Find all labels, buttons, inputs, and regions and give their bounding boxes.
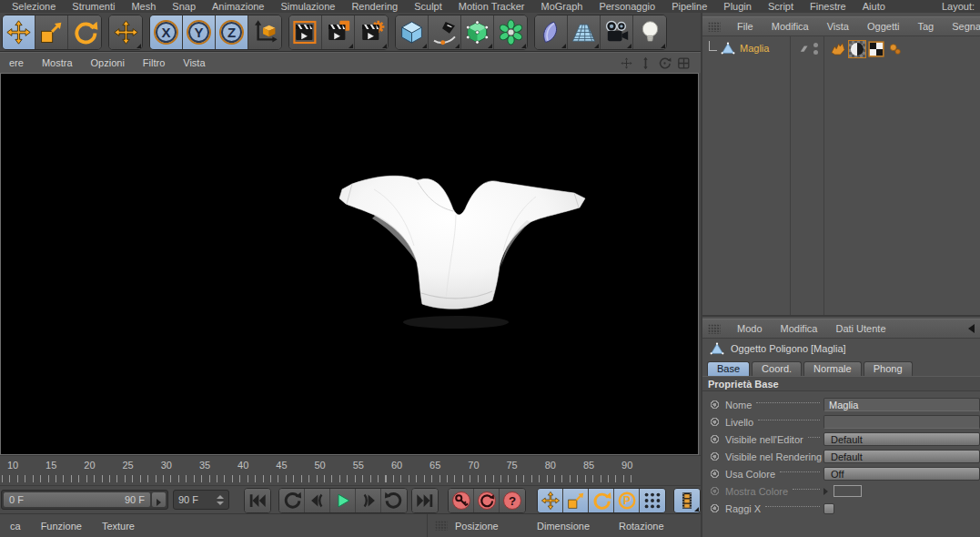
keyframe-circle-icon[interactable] xyxy=(710,434,720,444)
render-settings-button[interactable] xyxy=(355,15,388,49)
record-point-level-toggle[interactable] xyxy=(640,489,665,512)
menubar-item-pipeline[interactable]: Pipeline xyxy=(663,1,715,12)
grip-icon[interactable] xyxy=(435,521,448,531)
go-to-previous-key-button[interactable] xyxy=(279,489,305,512)
polygon-object-icon[interactable] xyxy=(721,41,735,56)
am-menu-modifica[interactable]: Modifica xyxy=(772,323,827,334)
object-name[interactable]: Maglia xyxy=(740,43,769,54)
om-menu-vista[interactable]: Vista xyxy=(818,21,858,32)
go-to-next-key-button[interactable] xyxy=(381,489,407,512)
timeline-ruler[interactable]: 0 F 1015202530354045505560657075808590 xyxy=(0,455,701,485)
subdivision-surface-button[interactable] xyxy=(461,15,494,49)
environment-floor-button[interactable] xyxy=(568,15,601,49)
menubar-item-rendering[interactable]: Rendering xyxy=(343,1,406,12)
primitive-cube-button[interactable] xyxy=(396,15,429,49)
rotate-tool-button[interactable] xyxy=(68,15,101,49)
menubar-item-aiuto[interactable]: Aiuto xyxy=(854,1,894,12)
field-checkbox-raggi-x[interactable] xyxy=(823,503,834,514)
panel-collapse-arrow-icon[interactable] xyxy=(968,324,975,333)
am-menu-modo[interactable]: Modo xyxy=(728,323,772,334)
coordinate-system-button[interactable] xyxy=(248,15,281,49)
record-keyframe-button[interactable] xyxy=(449,489,474,512)
layout-label[interactable]: Layout: xyxy=(942,1,976,12)
grip-icon[interactable] xyxy=(708,324,721,334)
go-to-end-button[interactable] xyxy=(412,489,438,512)
field-dropdown-visibile-nel-rendering[interactable]: Default xyxy=(823,450,980,463)
viewport-menu-vista[interactable]: Vista xyxy=(174,57,214,68)
om-menu-file[interactable]: File xyxy=(728,21,763,32)
viewport-3d[interactable] xyxy=(0,73,699,455)
menubar-item-selezione[interactable]: Selezione xyxy=(4,1,64,12)
menubar-item-snap[interactable]: Snap xyxy=(164,1,204,12)
field-dropdown-visibile-nell-editor[interactable]: Default xyxy=(823,432,980,446)
keyframe-circle-icon[interactable] xyxy=(710,469,720,479)
field-swatch-mostra-colore[interactable] xyxy=(834,485,862,497)
menubar-item-sculpt[interactable]: Sculpt xyxy=(406,1,450,12)
viewport-menu-ere[interactable]: ere xyxy=(0,57,33,68)
keyframe-circle-icon[interactable] xyxy=(710,486,720,496)
object-manager[interactable]: Maglia xyxy=(702,36,980,317)
render-view-button[interactable] xyxy=(289,15,322,49)
record-parameter-toggle[interactable]: P xyxy=(614,489,640,512)
viewport-menu-opzioni[interactable]: Opzioni xyxy=(82,57,134,68)
go-to-next-frame-button[interactable] xyxy=(356,489,381,512)
x-axis-lock-button[interactable]: X xyxy=(150,15,183,49)
material-menu-ca[interactable]: ca xyxy=(0,521,31,532)
om-menu-tag[interactable]: Tag xyxy=(908,21,943,32)
autokeying-button[interactable] xyxy=(474,489,500,512)
z-axis-lock-button[interactable]: Z xyxy=(216,15,248,49)
go-to-start-button[interactable] xyxy=(245,489,270,512)
object-row[interactable]: Maglia xyxy=(702,39,980,57)
y-axis-lock-button[interactable]: Y xyxy=(183,15,216,49)
last-tool-button[interactable] xyxy=(109,15,142,49)
visibility-dots-icon[interactable] xyxy=(813,43,818,55)
am-menu-dati-utente[interactable]: Dati Utente xyxy=(827,323,895,334)
menubar-item-mesh[interactable]: Mesh xyxy=(123,1,164,12)
keyframe-circle-icon[interactable] xyxy=(710,503,720,513)
toggle-view-icon[interactable] xyxy=(676,56,692,71)
field-input-nome[interactable]: Maglia xyxy=(823,398,980,411)
deformer-bend-button[interactable] xyxy=(535,15,568,49)
field-input-livello[interactable] xyxy=(823,415,980,429)
menubar-item-script[interactable]: Script xyxy=(760,1,802,12)
cloth-object[interactable] xyxy=(319,164,611,332)
material-menu-texture[interactable]: Texture xyxy=(92,521,145,532)
zoom-view-icon[interactable] xyxy=(638,56,653,71)
menubar-item-finestre[interactable]: Finestre xyxy=(802,1,854,12)
range-arrow-icon[interactable] xyxy=(152,492,166,507)
menubar-item-simulazione[interactable]: Simulazione xyxy=(273,1,344,12)
menubar-item-motion-tracker[interactable]: Motion Tracker xyxy=(450,1,533,12)
tab-phong[interactable]: Phong xyxy=(864,361,913,376)
grip-icon[interactable] xyxy=(708,22,721,32)
preview-range-slider[interactable]: 0 F 90 F xyxy=(1,490,168,510)
record-position-toggle[interactable] xyxy=(538,489,563,512)
cloth-tag-icon[interactable] xyxy=(830,41,846,57)
viewport-menu-filtro[interactable]: Filtro xyxy=(134,57,174,68)
open-timeline-button[interactable] xyxy=(674,489,700,512)
go-to-previous-frame-button[interactable] xyxy=(305,489,330,512)
menubar-item-personaggio[interactable]: Personaggio xyxy=(591,1,663,12)
generator-array-button[interactable] xyxy=(494,15,527,49)
menubar-item-plugin[interactable]: Plugin xyxy=(715,1,760,12)
end-frame-spinner[interactable]: 90 F xyxy=(173,490,229,510)
material-menu-funzione[interactable]: Funzione xyxy=(31,521,92,532)
phong-tag-icon[interactable] xyxy=(849,41,865,57)
menubar-item-mograph[interactable]: MoGraph xyxy=(533,1,591,12)
spinner-arrows-icon[interactable] xyxy=(217,495,224,505)
rotate-view-icon[interactable] xyxy=(657,56,672,71)
menubar-item-strumenti[interactable]: Strumenti xyxy=(64,1,123,12)
keyframe-circle-icon[interactable] xyxy=(710,451,720,461)
camera-object-button[interactable] xyxy=(601,15,633,49)
keyframe-circle-icon[interactable] xyxy=(710,400,720,410)
field-dropdown-usa-colore[interactable]: Off xyxy=(823,467,980,481)
viewport-menu-mostra[interactable]: Mostra xyxy=(33,57,82,68)
om-menu-oggetti[interactable]: Oggetti xyxy=(858,21,908,32)
play-button[interactable] xyxy=(330,489,356,512)
layer-icon[interactable] xyxy=(797,42,811,56)
uvw-tag-icon[interactable] xyxy=(868,41,884,57)
cache-tag-icon[interactable] xyxy=(887,41,904,57)
tab-base[interactable]: Base xyxy=(707,361,750,376)
expand-arrow-icon[interactable] xyxy=(823,488,828,495)
light-object-button[interactable] xyxy=(633,15,666,49)
section-header[interactable]: Proprietà Base xyxy=(702,376,980,391)
